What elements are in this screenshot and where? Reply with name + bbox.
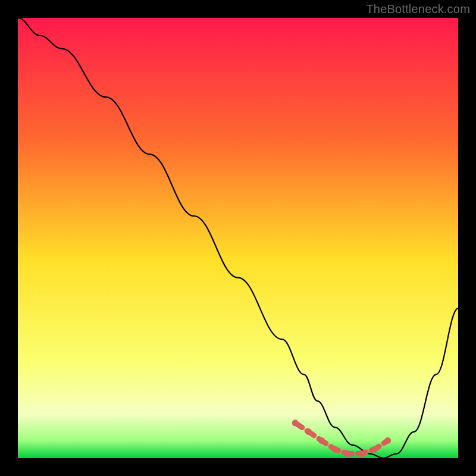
- highlight-marker-dot: [384, 437, 391, 444]
- gradient-background: [18, 18, 458, 458]
- highlight-marker-dot: [371, 446, 378, 453]
- chart-frame: TheBottleneck.com: [0, 0, 476, 476]
- highlight-marker-dot: [318, 437, 325, 444]
- plot-area: [18, 18, 458, 458]
- highlight-marker-dot: [305, 428, 312, 435]
- highlight-marker-dot: [358, 450, 365, 457]
- chart-svg: [18, 18, 458, 458]
- highlight-marker-dot: [331, 446, 338, 453]
- highlight-marker-dot: [292, 419, 299, 426]
- highlight-marker-dot: [345, 450, 352, 457]
- watermark-text: TheBottleneck.com: [366, 2, 470, 16]
